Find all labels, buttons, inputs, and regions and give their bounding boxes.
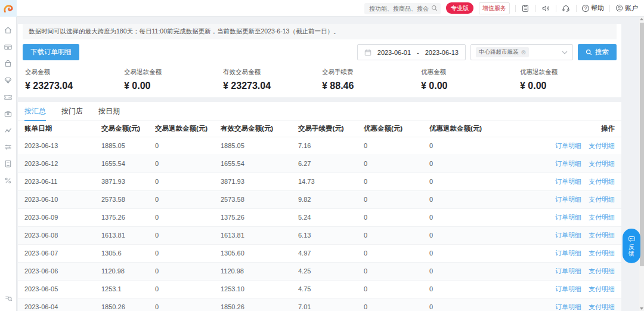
cell-actions: 订单明细支付明细 — [532, 244, 621, 262]
wallet-icon[interactable] — [0, 38, 17, 55]
cell-amount: 1850.26 — [101, 298, 155, 311]
order-detail-link[interactable]: 订单明细 — [555, 267, 581, 275]
cell-discount_refund: 0 — [429, 208, 532, 226]
order-detail-link[interactable]: 订单明细 — [555, 160, 581, 167]
feedback-button[interactable]: 反馈 — [623, 229, 640, 263]
help-button[interactable]: 帮助 — [582, 4, 604, 13]
announcement-icon[interactable] — [541, 4, 550, 13]
stat-label: 交易金额 — [25, 68, 122, 76]
payment-detail-link[interactable]: 支付明细 — [589, 285, 615, 292]
cell-amount: 1885.05 — [101, 137, 155, 155]
date-end-value[interactable]: 2023-06-13 — [425, 49, 459, 56]
cell-date: 2023-06-10 — [18, 190, 101, 208]
scroll-up-arrow[interactable] — [640, 18, 643, 20]
stat-item: 交易金额¥ 23273.04 — [23, 68, 122, 91]
sliders-icon[interactable] — [0, 138, 17, 155]
coupon-icon[interactable] — [0, 88, 17, 105]
table-row: 2023-06-071305.601305.604.9700订单明细支付明细 — [18, 244, 621, 262]
cell-fee: 7.01 — [298, 298, 364, 311]
marketing-icon[interactable] — [0, 172, 17, 189]
column-header: 交易手续费(元) — [298, 121, 364, 137]
tab-by-date[interactable]: 按日期 — [98, 102, 120, 121]
stat-label: 优惠退款金额 — [520, 68, 617, 76]
divider — [576, 5, 577, 12]
summary-card: 数据时间可以选择的最大跨度为180天；每日11:00前完成数据更新，当前数据更新… — [18, 24, 621, 97]
tab-by-store[interactable]: 按门店 — [61, 102, 83, 121]
column-header: 优惠退款金额(元) — [429, 121, 532, 137]
order-detail-link[interactable]: 订单明细 — [555, 178, 581, 185]
home-icon[interactable] — [0, 21, 17, 38]
cell-date: 2023-06-06 — [18, 262, 101, 280]
date-start-value[interactable]: 2023-06-01 — [377, 49, 411, 56]
account-button[interactable]: 账户 — [615, 4, 638, 13]
order-detail-link[interactable]: 订单明细 — [555, 250, 581, 257]
payment-detail-link[interactable]: 支付明细 — [589, 267, 615, 275]
order-detail-link[interactable]: 订单明细 — [555, 232, 581, 239]
cell-refund: 0 — [155, 262, 221, 280]
cell-actions: 订单明细支付明细 — [532, 280, 621, 298]
cell-discount: 0 — [364, 298, 429, 311]
tab-by-summary[interactable]: 按汇总 — [24, 102, 46, 121]
cell-discount_refund: 0 — [429, 137, 532, 155]
goods-icon[interactable] — [0, 55, 17, 72]
store-tag: 中心路超市服装 ⊗ — [476, 47, 529, 57]
headset-icon[interactable] — [562, 4, 571, 13]
stat-item: 优惠退款金额¥ 0.00 — [518, 68, 617, 91]
membership-icon[interactable] — [0, 72, 17, 88]
cell-discount_refund: 0 — [429, 244, 532, 262]
analytics-icon[interactable] — [0, 122, 17, 138]
payment-detail-link[interactable]: 支付明细 — [589, 160, 615, 167]
vertical-scrollbar[interactable] — [639, 17, 644, 311]
order-detail-link[interactable]: 订单明细 — [555, 303, 581, 310]
pos-device-icon[interactable] — [0, 155, 17, 172]
stat-value: ¥ 23273.04 — [25, 81, 122, 91]
payment-detail-link[interactable]: 支付明细 — [589, 250, 615, 257]
search-icon — [586, 49, 592, 56]
cell-amount: 1305.6 — [101, 244, 155, 262]
table-row: 2023-06-131885.0501885.057.1600订单明细支付明细 — [18, 137, 621, 155]
cell-amount: 1655.54 — [101, 155, 155, 173]
scroll-down-arrow[interactable] — [640, 307, 643, 310]
cell-discount: 0 — [364, 155, 429, 173]
stat-value: ¥ 88.46 — [322, 81, 419, 91]
cell-refund: 0 — [155, 173, 221, 190]
payment-detail-link[interactable]: 支付明细 — [589, 214, 615, 221]
order-detail-link[interactable]: 订单明细 — [555, 214, 581, 221]
transactions-table: 账单日期交易金额(元)交易退款金额(元)有效交易金额(元)交易手续费(元)优惠金… — [18, 121, 621, 311]
value-added-services-button[interactable]: 增值服务 — [479, 2, 510, 14]
cell-valid: 2573.58 — [221, 190, 298, 208]
toolbar: 下载订单明细 2023-06-01 - 2023-06-13 — [23, 44, 617, 60]
download-order-detail-button[interactable]: 下载订单明细 — [23, 44, 79, 60]
pro-version-badge[interactable]: 专业版 — [446, 2, 473, 14]
scrollbar-thumb[interactable] — [640, 23, 644, 266]
collapse-search-icon[interactable] — [0, 290, 17, 306]
store-tag-label: 中心路超市服装 — [479, 48, 519, 56]
cell-refund: 0 — [155, 208, 221, 226]
column-header: 优惠金额(元) — [364, 121, 429, 137]
search-button[interactable]: 搜索 — [578, 44, 617, 60]
payment-detail-link[interactable]: 支付明细 — [589, 232, 615, 239]
clipboard-icon[interactable] — [521, 4, 530, 13]
store-select[interactable]: 中心路超市服装 ⊗ — [470, 44, 573, 60]
cell-fee: 7.16 — [298, 137, 364, 155]
topbar: 专业版 增值服务 帮助 — [17, 0, 644, 17]
date-range-picker[interactable]: 2023-06-01 - 2023-06-13 — [357, 44, 466, 60]
stat-label: 交易手续费 — [322, 68, 419, 76]
cell-amount: 1375.26 — [101, 208, 155, 226]
chevron-down-icon — [562, 51, 568, 54]
cell-date: 2023-06-04 — [18, 298, 101, 311]
payment-detail-link[interactable]: 支付明细 — [589, 142, 615, 149]
order-detail-link[interactable]: 订单明细 — [555, 196, 581, 203]
store-icon[interactable] — [0, 105, 17, 122]
payment-detail-link[interactable]: 支付明细 — [589, 303, 615, 310]
order-detail-link[interactable]: 订单明细 — [555, 285, 581, 292]
payment-detail-link[interactable]: 支付明细 — [589, 178, 615, 185]
order-detail-link[interactable]: 订单明细 — [555, 142, 581, 149]
remove-store-tag-icon[interactable]: ⊗ — [521, 49, 526, 56]
cell-actions: 订单明细支付明细 — [532, 226, 621, 244]
brand-logo[interactable] — [0, 0, 17, 17]
payment-detail-link[interactable]: 支付明细 — [589, 196, 615, 203]
cell-discount_refund: 0 — [429, 262, 532, 280]
search-input[interactable] — [364, 3, 441, 14]
cell-actions: 订单明细支付明细 — [532, 208, 621, 226]
